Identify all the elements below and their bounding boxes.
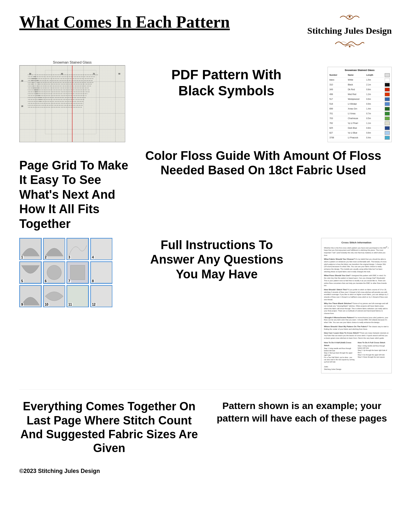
thumb-num-9: 9 (21, 303, 24, 306)
swatch-827 (385, 131, 390, 135)
instructions-col: Full Instructions To Answer Any Question… (119, 238, 315, 282)
thumb-2: 2 (43, 238, 66, 260)
svg-text:▪▫▪▪▫▪▪▫▪▪◆●●◆▪▪▪▫▪▪▫▪▪▫▪▪▫▪▪▫: ▪▫▪▪▫▪▪▫▪▪◆●●◆▪▪▪▫▪▪▫▪▪▫▪▪▫▪▪▫▪▪▫▫▪▪▫▪▪▫… (28, 93, 88, 94)
logo-ornament-top (337, 13, 363, 24)
floss-guide-section: Snowman Stained Glass Number Name Length… (328, 67, 392, 142)
row-3: 1 2 (19, 238, 392, 374)
floss-table: Snowman Stained Glass Number Name Length… (328, 67, 392, 142)
svg-text:10: 10 (21, 80, 23, 82)
svg-text:▪▫▪▪▫▪▪▫▪▪▫▪▪▫●◆◆●▪▫▪▪▫▪▪▫▪▪▫▪: ▪▫▪▪▫▪▪▫▪▪▫▪▪▫●◆◆●▪▫▪▪▫▪▪▫▪▪▫▪▪▫▪▪▫▫▪▪▫▪… (28, 97, 86, 98)
svg-text:20: 20 (21, 106, 23, 107)
cross-stitch-grid: 50 60 70 80 10 20 (19, 65, 125, 142)
thumb-8: 8 (90, 261, 113, 284)
row-1: Snowman Stained Glass (19, 60, 392, 142)
thumb-11: 11 (66, 285, 89, 308)
thumb-num-1: 1 (21, 256, 24, 259)
stitch-guide-left: How To Do A Half (Half) Cross Stitch Ste… (324, 341, 355, 363)
swatch-825 (385, 126, 390, 130)
swatch-3766 (385, 136, 390, 140)
instructions-para-8: How Can I Learn How To Cross Stitch? The… (324, 332, 389, 339)
svg-text:▫▪▪▫▪▪●◆▫▫▫▫▫◆●▪▪▫▪▪▫▪▪▫▪▪▫▪▪▫: ▫▪▪▫▪▪●◆▫▫▫▫▫◆●▪▪▫▪▪▫▪▪▫▪▪▫▪▪▫▫▪▪▫▪▪▫▪▪▫… (28, 83, 92, 85)
instructions-para-6: I Bought A Monochrome Pattern! For monoc… (324, 316, 389, 324)
floss-table-header: Number Name Length (329, 73, 390, 78)
swatch-349 (385, 88, 390, 92)
thumb-num-5: 5 (21, 279, 24, 283)
stitch-svg: 50 60 70 80 10 20 (20, 65, 125, 142)
thumb-num-7: 7 (68, 279, 71, 283)
pattern-image-main: Snowman Stained Glass (19, 60, 125, 142)
svg-text:▫▪▪▫▪▪▫▪▪▫▪▪▫▪▪▫▪▫▪▪▫▪▪▫▪▪▫▪▪▫: ▫▪▪▫▪▪▫▪▪▫▪▪▫▪▪▫▪▫▪▪▫▪▪▫▪▪▫▪▪▫▫▪▪▫▪▪▫▪▪▫… (28, 102, 83, 104)
swatch-762 (385, 121, 390, 125)
thumb-10: 10 (43, 285, 66, 308)
instructions-para-4: How Should I Stitch This? If you prefer … (324, 288, 389, 301)
floss-row-2: 310 Black 2.1m (329, 83, 390, 87)
stitch-guide-left-content: Step 1: bring needle and floss through b… (324, 347, 355, 363)
pattern-shown-text: Pattern shown is an example; your patter… (212, 399, 392, 424)
svg-point-42 (47, 265, 61, 280)
swatch-310 (385, 83, 390, 87)
svg-text:▫▪▪▫▪▪▫▪▪▫◆◆◆◆●●▪▫▪▪▫▪▪▫▪▪▫▪▪▫: ▫▪▪▫▪▪▫▪▪▫◆◆◆◆●●▪▫▪▪▫▪▪▫▪▪▫▪▪▫▫▪▪▫▪▪▫▪▪▫… (28, 95, 86, 96)
thumb-4: 4 (90, 238, 113, 260)
svg-text:80: 80 (118, 73, 120, 74)
floss-row-4: 498 Med Red 1.2m (329, 92, 390, 97)
thumb-num-11: 11 (68, 303, 73, 306)
swatch-699 (385, 107, 390, 111)
stitch-guide-right: How To Do A Full Cross Stitch Step 1: br… (358, 341, 389, 363)
svg-text:▪▫▪▪▫▪▪▫●●●●●●▪▪▪▫▪▪▫▪▪▫▪▪▫▪▪▫: ▪▫▪▪▫▪▪▫●●●●●●▪▪▪▫▪▪▫▪▪▫▪▪▫▪▪▫▪▪▫▫▪▪▫▪▪▫… (28, 89, 90, 91)
svg-text:▫▪▪▫▪●●◆◆◆◆◆●●▪▫▪▪▫▪▪▫▪▪▫▪▪▫▫▪: ▫▪▪▫▪●●◆◆◆◆◆●●▪▫▪▪▫▪▪▫▪▪▫▪▪▫▫▪▪▫▪▪▫▪▪▫▪▪… (28, 79, 92, 81)
page: What Comes In Each Pattern Stitching Jul… (0, 0, 411, 532)
page-grid-text: Page Grid To Make It Easy To See What's … (19, 149, 128, 231)
floss-row-10: 762 Vy Lt Pearl 1.1m (329, 121, 390, 126)
thumb-num-4: 4 (92, 256, 95, 259)
floss-row-11: 825 Dark Blue 0.8m (329, 126, 390, 131)
row-4: Everything Comes Together On Last Page W… (19, 389, 392, 455)
svg-text:▪▫▪▪▫▪▪●◆▫▫▫◆●▪▪▫▪▪▫▪▪▫▪▪▫▪▪▫▪: ▪▫▪▪▫▪▪●◆▫▫▫◆●▪▪▫▪▪▫▪▪▫▪▪▫▪▪▫▪▪▫▫▪▪▫▪▪▫▪… (28, 85, 91, 87)
header: What Comes In Each Pattern Stitching Jul… (19, 13, 392, 51)
instructions-para-2: What Fabric Should You Choose? It's my b… (324, 258, 389, 273)
floss-row-9: 703 Chartreuse 0.5m (329, 116, 390, 121)
swatch-518 (385, 102, 390, 106)
floss-row-5: 517 Wedgewood 0.6m (329, 97, 390, 102)
pdf-pattern-section: PDF Pattern With Black Symbols (132, 60, 321, 99)
instructions-text: Full Instructions To Answer Any Question… (150, 238, 284, 282)
svg-text:▪▫▪▪▫▪▪▫▫▪▪▫▪▪▫▪▪▫▪▪▫▪▪▫▪▪▫▪▪▫: ▪▫▪▪▫▪▪▫▫▪▪▫▪▪▫▪▪▫▪▪▫▪▪▫▪▪▫▪▪▫▪▪▫▪▪▫▪▪▫▪… (28, 74, 98, 75)
swatch-498 (385, 92, 390, 96)
stitch-guide-right-content: Step 1: bring needle and floss through b… (358, 345, 389, 358)
thumb-6: 6 (43, 261, 66, 284)
logo-flourish-bottom (334, 38, 366, 51)
swatch-517 (385, 97, 390, 101)
thumb-num-2: 2 (44, 256, 48, 259)
stitch-guide-left-title: How To Do A Half (Half) Cross Stitch (324, 341, 355, 347)
pattern-image-label: Snowman Stained Glass (19, 60, 125, 64)
svg-text:▫▪▪▫▪▪▫▪▪▫▪▪▫▪▪●◆●▪▪▫▪▪▫▪▪▫▪▪▫: ▫▪▪▫▪▪▫▪▪▫▪▪▫▪▪●◆●▪▪▫▪▪▫▪▪▫▪▪▫▪▪▫▫▪▪▫▪▪▫… (28, 99, 84, 100)
svg-text:▫▪▪▫▪▪▫▪▫●●●●▪▪▪▪▫▪▪▫▪▪▫▪▪▫▪▪▫: ▫▪▪▫▪▪▫▪▫●●●●▪▪▪▪▫▪▪▫▪▪▫▪▪▫▪▪▫▫▪▪▫▪▪▫▪▪▫… (28, 91, 90, 92)
instructions-para-3: What Floss Should You Use? I designed th… (324, 274, 389, 287)
row-2: Page Grid To Make It Easy To See What's … (19, 149, 392, 231)
instructions-doc: Cross Stitch Information Whether this is… (321, 238, 392, 374)
thumb-12: 12 (90, 285, 113, 308)
instructions-para-7: Where Should I Start My Pattern On The F… (324, 325, 389, 330)
thumb-7: 7 (66, 261, 89, 284)
everything-text: Everything Comes Together On Last Page W… (19, 399, 199, 455)
thumb-num-3: 3 (68, 256, 71, 259)
logo-area: Stitching Jules Design (307, 13, 392, 51)
floss-row-7: 699 Xmas Grn 1.4m (329, 107, 390, 111)
instructions-para-1: Whether this is the first cross stitch p… (324, 246, 389, 257)
floss-row-3: 349 Dk Red 0.8m (329, 87, 390, 92)
svg-point-1 (349, 46, 350, 47)
floss-row-6: 518 Lt Wedge 0.9m (329, 102, 390, 107)
svg-point-0 (349, 16, 351, 18)
pdf-pattern-text: PDF Pattern With Black Symbols (171, 67, 282, 99)
svg-text:▪▫▪▪▫●●●●●●●▪▫▪▪▫▪▪▫▪▪▫▪▪▫▪▪▫▫: ▪▫▪▪▫●●●●●●●▪▫▪▪▫▪▪▫▪▪▫▪▪▫▪▪▫▫▪▪▫▪▪▫▪▪▫▪… (28, 77, 93, 79)
copyright-text: ©2023 Stitching Jules Design (19, 468, 100, 474)
thumb-num-6: 6 (44, 279, 48, 283)
thumb-num-8: 8 (92, 279, 95, 283)
svg-text:▫▪▪▫▪▪▪●●◆◆◆◆●●▪▫▪▪▫▪▪▫▪▪▫▪▪▫▫: ▫▪▪▫▪▪▪●●◆◆◆◆●●▪▫▪▪▫▪▪▫▪▪▫▪▪▫▫▪▪▫▪▪▫▪▪▫▪… (28, 87, 89, 89)
swatch-701 (385, 112, 390, 116)
thumb-9: 9 (19, 285, 42, 308)
svg-text:▪▫▪▪▫▪▪▫▪▪▫▪▪▫▪▪▫▪▫▪▪▫▪▪▫▪▪▫▪▪: ▪▫▪▪▫▪▪▫▪▪▫▪▪▫▪▪▫▪▫▪▪▫▪▪▫▪▪▫▪▪▫▪▪▫▫▪▪▫▪▪… (28, 104, 83, 106)
instructions-doc-title: Cross Stitch Information (324, 241, 389, 244)
svg-text:▪▫▪▪▫▪▪▫▪▪▫▪▪▫▪▪●▪▪▫▪▪▫▪▪▫▪▪▫▪: ▪▫▪▪▫▪▪▫▪▪▫▪▪▫▪▪●▪▪▫▪▪▫▪▪▫▪▪▫▪▪▫▪▪▫▫▪▪▫▪… (28, 100, 83, 102)
svg-text:▫▪▪▫▪▪▫▪●●●▫▪▪▫▪▪▫▪▪▫▪▪▫▫▪▪▫▪▪: ▫▪▪▫▪▪▫▪●●●▫▪▪▫▪▪▫▪▪▫▪▪▫▫▪▪▫▪▪▫▫▪▪▫▪▪▫▪▪… (28, 75, 95, 77)
page-thumbnails: 1 2 (19, 238, 112, 308)
